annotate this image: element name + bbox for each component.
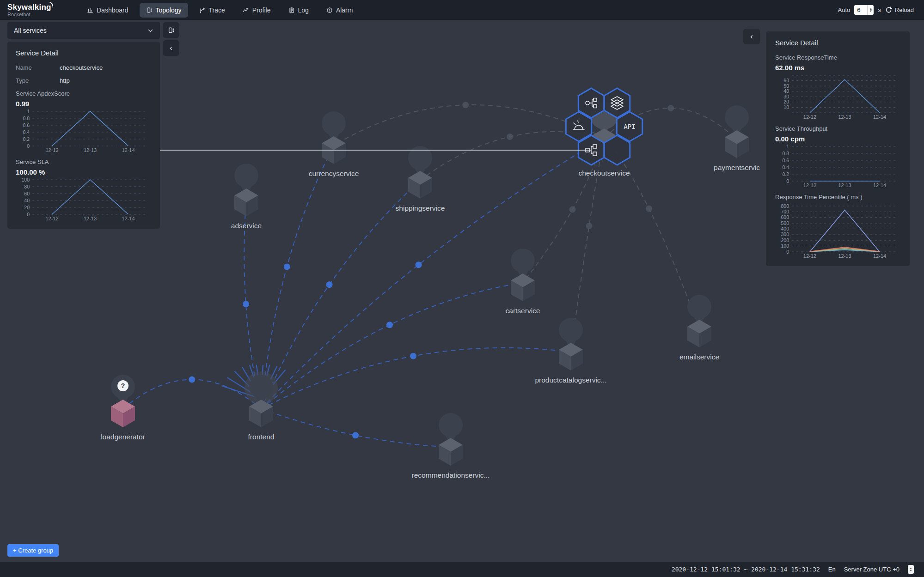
node-label-checkoutservice: checkoutservice	[578, 169, 630, 177]
svg-text:100: 100	[781, 243, 789, 249]
svg-text:100: 100	[21, 177, 30, 182]
create-group-button[interactable]: + Create group	[7, 544, 59, 557]
edge-frontend-checkoutservice	[261, 138, 604, 409]
svg-text:600: 600	[781, 214, 789, 220]
field-label: Type	[16, 77, 60, 84]
edge-frontend-recommendationservic	[261, 409, 451, 447]
hex-menu-topology[interactable]	[150, 135, 604, 165]
edge-checkoutservice-emailservice	[604, 138, 699, 329]
svg-text:20: 20	[24, 205, 30, 210]
nav-item-trace[interactable]: Trace	[193, 3, 232, 18]
depth-toggle-button[interactable]	[163, 22, 179, 38]
svg-text:12-12: 12-12	[45, 147, 58, 153]
svg-text:12-13: 12-13	[838, 114, 851, 120]
node-pin	[559, 318, 583, 342]
node-pin	[249, 375, 273, 399]
topology-node-adservice[interactable]: adservice	[231, 164, 262, 230]
server-zone-stepper[interactable]: ▲▼	[908, 565, 914, 574]
language-selector[interactable]: En	[828, 566, 836, 573]
nav-item-profile[interactable]: Profile	[236, 3, 277, 18]
svg-text:0.4: 0.4	[782, 164, 789, 170]
topology-node-cartservice[interactable]: cartservice	[506, 249, 540, 315]
node-label-emailservice: emailservice	[679, 353, 719, 361]
topology-node-emailservice[interactable]: emailservice	[679, 295, 719, 361]
field-value: checkoutservice	[60, 64, 103, 71]
topology-node-currencyservice[interactable]: currencyservice	[309, 111, 359, 177]
edge-checkoutservice-currencyservice	[334, 105, 604, 146]
svg-text:0.6: 0.6	[23, 122, 30, 128]
svg-text:?: ?	[121, 382, 125, 389]
topology-tools: ‹	[163, 22, 179, 56]
throughput-title: Service Throughput	[775, 125, 900, 132]
node-pin	[234, 164, 258, 188]
apdex-value: 0.99	[16, 100, 152, 108]
svg-text:0: 0	[786, 178, 789, 184]
field-label: Name	[16, 64, 60, 71]
svg-text:12-14: 12-14	[873, 114, 886, 120]
node-label-recommendationservic: recommendationservic...	[412, 471, 490, 479]
svg-text:60: 60	[783, 78, 789, 83]
topology-node-loadgenerator[interactable]: ?loadgenerator	[101, 375, 145, 441]
nav-item-topology[interactable]: Topology	[140, 3, 188, 18]
edge-traffic-dot	[189, 377, 195, 383]
svg-text:40: 40	[783, 88, 789, 94]
nav-item-alarm[interactable]: Alarm	[320, 3, 360, 18]
services-dropdown[interactable]: All services	[7, 22, 160, 39]
node-pin	[687, 295, 711, 319]
svg-text:0.2: 0.2	[782, 171, 789, 177]
topology-node-frontend[interactable]: frontend	[245, 371, 278, 441]
auto-unit: s	[878, 6, 881, 13]
svg-text:700: 700	[781, 209, 789, 214]
reload-button[interactable]: Reload	[885, 6, 914, 13]
svg-text:80: 80	[24, 184, 30, 189]
service-type-row: Type http	[16, 77, 152, 84]
time-range[interactable]: 2020-12-12 15:01:32 ~ 2020-12-14 15:31:3…	[672, 566, 820, 573]
percentile-chart: 800700600500400300200100012-1212-1312-14	[775, 203, 900, 260]
reload-icon	[885, 6, 892, 13]
topology-node-shippingservice[interactable]: shippingservice	[396, 146, 445, 212]
topology-mini-icon	[168, 27, 175, 34]
collapse-left-panel-button[interactable]: ‹	[163, 40, 179, 56]
logo-subtitle: Rocketbot	[7, 12, 58, 17]
top-nav: Skywalking Rocketbot Dashboard Topology …	[0, 0, 924, 20]
apdex-title: Service ApdexScore	[16, 90, 152, 97]
response-time-chart: 60504030201012-1212-1312-14	[775, 73, 900, 121]
nav-item-dashboard[interactable]: Dashboard	[80, 3, 135, 18]
svg-text:12-12: 12-12	[45, 216, 58, 221]
edge-traffic-dot	[416, 261, 422, 268]
svg-text:0: 0	[27, 212, 30, 217]
service-name-row: Name checkoutservice	[16, 64, 152, 71]
nav-item-label: Alarm	[336, 6, 353, 14]
edge-traffic-dot	[410, 353, 416, 359]
svg-text:1: 1	[27, 109, 30, 114]
collapse-right-panel-button[interactable]: ‹	[743, 29, 760, 44]
edge-traffic-dot	[569, 207, 576, 213]
svg-text:0.6: 0.6	[782, 158, 789, 163]
svg-text:0: 0	[27, 143, 30, 149]
auto-interval-input[interactable]: 6 ▲▼	[854, 5, 874, 15]
hex-menu-empty[interactable]	[604, 135, 630, 165]
auto-label: Auto	[838, 6, 851, 13]
topology-node-recommendationservic[interactable]: recommendationservic...	[412, 413, 490, 479]
field-value: http	[60, 77, 70, 84]
series-apdex	[52, 111, 129, 146]
apdex-chart: 10.80.60.40.2012-1212-1312-14	[16, 109, 151, 154]
sla-value: 100.00 %	[16, 168, 152, 176]
nav-item-label: Profile	[252, 6, 271, 14]
server-zone-label: Server Zone UTC +0	[844, 566, 900, 573]
edge-traffic-dot	[507, 134, 513, 140]
topology-node-productcatalogservic[interactable]: productcatalogservic...	[535, 318, 606, 384]
node-pin	[439, 413, 463, 437]
service-detail-panel-left: Service Detail Name checkoutservice Type…	[7, 42, 160, 229]
topology-node-paymentservic[interactable]: paymentservic	[714, 105, 760, 171]
svg-text:1: 1	[786, 144, 789, 149]
services-dropdown-value: All services	[14, 27, 47, 34]
svg-text:200: 200	[781, 237, 789, 243]
edge-traffic-dot	[667, 105, 674, 111]
svg-text:800: 800	[781, 203, 789, 209]
nav-item-log[interactable]: Log	[282, 3, 315, 18]
node-label-frontend: frontend	[248, 433, 275, 441]
response-time-value: 62.00 ms	[775, 64, 900, 72]
node-pin	[725, 105, 749, 129]
auto-interval-stepper[interactable]: ▲▼	[867, 5, 874, 15]
